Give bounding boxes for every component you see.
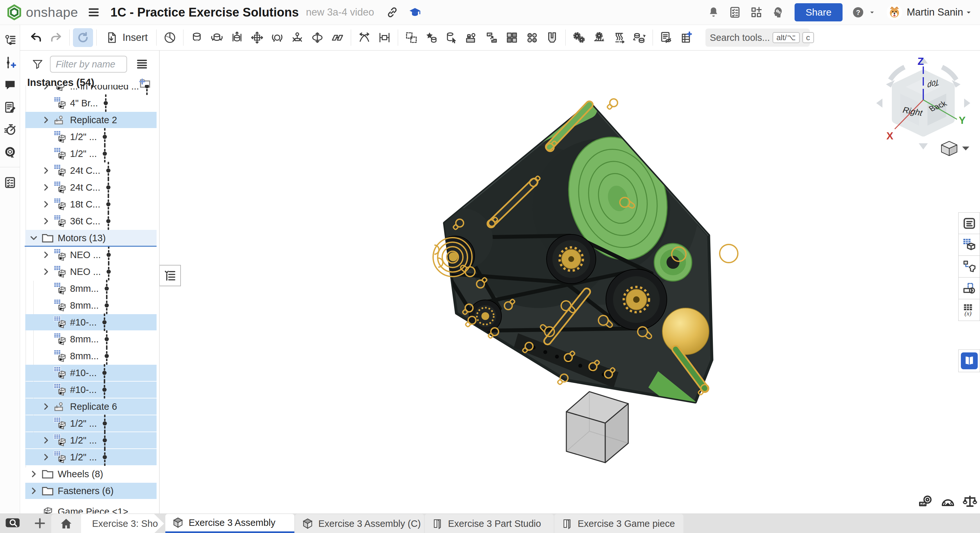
view-options-caret-icon[interactable]	[962, 146, 969, 150]
filter-input[interactable]	[50, 56, 127, 73]
translate-tool-icon[interactable]	[247, 28, 267, 47]
search-tools-box[interactable]: Search tools... alt/⌥ c	[705, 29, 810, 47]
tree-row[interactable]: NEO ...	[20, 247, 159, 263]
tree-row[interactable]: Game Piece <1>	[20, 503, 159, 514]
view-options-button[interactable]	[942, 142, 957, 156]
outline-panel-button[interactable]	[958, 212, 980, 234]
list-view-icon[interactable]	[135, 58, 148, 71]
tree-row[interactable]: Motors (13)	[20, 229, 159, 247]
share-button[interactable]: Share	[795, 3, 843, 21]
bracket-tool-icon[interactable]	[542, 28, 562, 47]
replicatetool-tool-icon[interactable]	[482, 28, 502, 47]
tree-row[interactable]: 8mm...	[20, 280, 159, 297]
structure-panel-icon[interactable]	[3, 33, 17, 47]
dof-indicator-icon[interactable]	[102, 381, 107, 398]
tree-row[interactable]: 8mm...	[20, 331, 159, 348]
tree-row[interactable]: 24t C...	[20, 179, 159, 196]
tree-row[interactable]: Wheels (8)	[20, 466, 159, 482]
relation-tool-icon[interactable]	[354, 28, 374, 47]
tree-row[interactable]: 4" Br...	[20, 95, 159, 111]
dof-indicator-icon[interactable]	[102, 415, 107, 432]
limits-tool-icon[interactable]	[374, 28, 395, 47]
tree-row[interactable]: 1/2" ...	[20, 432, 159, 449]
document-tab[interactable]: Exercise 3 Part Studio	[425, 514, 554, 533]
pattern-tool-icon[interactable]	[502, 28, 522, 47]
assembly-3d-view[interactable]	[160, 51, 980, 514]
protractor-tool-icon[interactable]	[940, 494, 956, 510]
hidemates-tool-icon[interactable]	[656, 28, 676, 47]
help-caret-icon[interactable]	[867, 4, 877, 21]
document-tab[interactable]: Exercise 3 Assembly (C)	[295, 514, 424, 533]
help-icon[interactable]: ?	[850, 4, 867, 21]
tree-row[interactable]: 24t C...	[20, 162, 159, 179]
chevron-right-icon[interactable]	[40, 85, 52, 93]
tree-row[interactable]: 36t C...	[20, 213, 159, 229]
tree-row[interactable]: Replicate 6	[20, 398, 159, 415]
dof-indicator-icon[interactable]	[106, 263, 111, 280]
tree-row[interactable]: Replicate 2	[20, 111, 159, 128]
dof-indicator-icon[interactable]	[106, 179, 111, 196]
bom-tool-icon[interactable]	[676, 28, 696, 47]
document-tab[interactable]: Exercise 3 Assembly	[165, 514, 294, 533]
dof-indicator-icon[interactable]	[144, 85, 150, 95]
dof-indicator-icon[interactable]	[106, 196, 111, 213]
learning-book-button[interactable]	[961, 352, 978, 369]
tree-row[interactable]: Fasteners (6)	[20, 482, 159, 499]
insert-button[interactable]: Insert	[100, 28, 153, 47]
tree-row[interactable]: 8mm...	[20, 348, 159, 364]
dof-indicator-icon[interactable]	[106, 213, 111, 229]
ball-tool-icon[interactable]	[267, 28, 287, 47]
chevron-right-icon[interactable]	[40, 164, 52, 177]
derived-panel-button[interactable]	[958, 256, 980, 277]
tree-row[interactable]: 1/2" ...	[20, 145, 159, 162]
roll-panel-button[interactable]	[958, 277, 980, 299]
docedit-panel-icon[interactable]	[3, 100, 17, 115]
tree-row[interactable]: ... in Rounded ...	[20, 85, 159, 95]
cylindrical-tool-icon[interactable]	[307, 28, 328, 47]
rack-tool-icon[interactable]	[589, 28, 609, 47]
section-tool-icon[interactable]	[160, 28, 180, 47]
onshape-logo-icon[interactable]	[6, 4, 23, 21]
sync-tool-icon[interactable]	[73, 28, 93, 47]
mateconnector-tool-icon[interactable]	[442, 28, 461, 47]
gearrel-tool-icon[interactable]	[569, 28, 589, 47]
chevron-right-icon[interactable]	[40, 198, 52, 211]
tree-row[interactable]: 1/2" ...	[20, 415, 159, 432]
tree-row[interactable]: 18t C...	[20, 196, 159, 213]
chevron-down-icon[interactable]	[27, 231, 40, 245]
learning-center-icon[interactable]	[407, 4, 423, 21]
tree-flyout-button[interactable]	[159, 265, 181, 286]
chevron-right-icon[interactable]	[40, 113, 52, 126]
chevron-right-icon[interactable]	[27, 484, 40, 497]
breadcrumb-tab[interactable]: Exercise 3: Sho	[81, 514, 164, 533]
dof-indicator-icon[interactable]	[106, 162, 111, 179]
measure-tool-icon[interactable]	[918, 494, 934, 510]
dof-indicator-icon[interactable]	[102, 128, 107, 145]
tree-row[interactable]: #10-...	[20, 364, 159, 381]
dof-indicator-icon[interactable]	[104, 280, 109, 297]
search-tabs-icon[interactable]	[5, 517, 20, 530]
checklist-panel-icon[interactable]	[3, 175, 17, 190]
named-tool-icon[interactable]	[422, 28, 442, 47]
configcube-panel-button[interactable]	[958, 234, 980, 256]
versions-panel-icon[interactable]	[3, 145, 17, 159]
revolute-tool-icon[interactable]	[207, 28, 227, 47]
user-avatar[interactable]	[887, 5, 902, 20]
scales-tool-icon[interactable]	[962, 494, 978, 510]
chevron-right-icon[interactable]	[40, 248, 52, 261]
home-tab-button[interactable]	[51, 514, 81, 533]
comment-panel-icon[interactable]	[3, 78, 17, 92]
undo-tool-icon[interactable]	[26, 28, 46, 47]
add-tab-button[interactable]	[32, 516, 47, 531]
chevron-right-icon[interactable]	[40, 215, 52, 228]
dof-indicator-icon[interactable]	[106, 247, 111, 263]
dof-indicator-icon[interactable]	[102, 449, 107, 466]
filter-icon[interactable]	[31, 58, 44, 71]
tree-row[interactable]: NEO ...	[20, 263, 159, 280]
spherical-tool-icon[interactable]	[522, 28, 542, 47]
tree-row[interactable]: 1/2" ...	[20, 449, 159, 466]
planar-tool-icon[interactable]	[328, 28, 347, 47]
mateadd-panel-icon[interactable]	[3, 56, 17, 70]
beltrel-tool-icon[interactable]	[629, 28, 649, 47]
user-name[interactable]: Martin Sanin	[907, 6, 963, 18]
